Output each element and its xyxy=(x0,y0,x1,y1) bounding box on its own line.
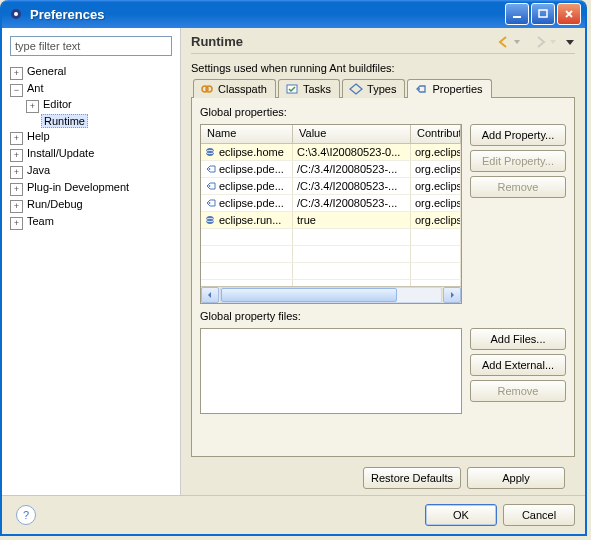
global-properties-label: Global properties: xyxy=(200,106,566,118)
ok-button[interactable]: OK xyxy=(425,504,497,526)
tree-item-java[interactable]: +Java xyxy=(10,163,176,180)
globe-icon xyxy=(205,215,217,225)
chevron-down-icon[interactable] xyxy=(513,38,521,46)
remove-file-button: Remove xyxy=(470,380,566,402)
dialog-button-bar: ? OK Cancel xyxy=(2,495,585,534)
preferences-sidebar: +General −Ant +Editor Runtime +Help +Ins… xyxy=(2,28,181,495)
filter-input[interactable] xyxy=(10,36,172,56)
tabs-row: Classpath Tasks Types xyxy=(191,78,575,97)
preferences-tree[interactable]: +General −Ant +Editor Runtime +Help +Ins… xyxy=(2,60,180,495)
tree-item-ant-runtime[interactable]: Runtime xyxy=(26,114,176,128)
tree-item-help[interactable]: +Help xyxy=(10,129,176,146)
svg-point-7 xyxy=(418,88,420,90)
svg-rect-2 xyxy=(513,16,521,18)
scroll-left-button[interactable] xyxy=(201,287,219,303)
tab-tasks[interactable]: Tasks xyxy=(278,79,340,98)
minimize-button[interactable] xyxy=(505,3,529,25)
global-property-files-list[interactable] xyxy=(200,328,462,414)
cancel-button[interactable]: Cancel xyxy=(503,504,575,526)
back-button[interactable] xyxy=(497,35,511,49)
tree-item-plugin-dev[interactable]: +Plug-in Development xyxy=(10,180,176,197)
page-title: Runtime xyxy=(191,34,497,49)
scroll-thumb[interactable] xyxy=(221,288,397,302)
col-value[interactable]: Value xyxy=(293,125,411,143)
edit-property-button: Edit Property... xyxy=(470,150,566,172)
apply-button[interactable]: Apply xyxy=(467,467,565,489)
chevron-down-icon[interactable] xyxy=(549,38,557,46)
table-row[interactable]: eclipse.pde... /C:/3.4/I20080523-... org… xyxy=(201,161,461,178)
tab-types[interactable]: Types xyxy=(342,79,405,98)
table-row[interactable]: eclipse.pde... /C:/3.4/I20080523-... org… xyxy=(201,195,461,212)
table-row[interactable]: eclipse.pde... /C:/3.4/I20080523-... org… xyxy=(201,178,461,195)
settings-description: Settings used when running Ant buildfile… xyxy=(191,62,575,74)
add-external-button[interactable]: Add External... xyxy=(470,354,566,376)
tree-item-team[interactable]: +Team xyxy=(10,214,176,231)
remove-property-button: Remove xyxy=(470,176,566,198)
svg-point-10 xyxy=(209,168,211,170)
tab-classpath[interactable]: Classpath xyxy=(193,79,276,98)
horizontal-scrollbar[interactable] xyxy=(201,286,461,303)
global-files-label: Global property files: xyxy=(200,310,566,322)
tab-label: Tasks xyxy=(303,83,331,95)
svg-point-13 xyxy=(206,216,214,224)
properties-icon xyxy=(414,83,428,95)
table-row xyxy=(201,229,461,246)
table-header: Name Value Contribut xyxy=(201,125,461,144)
restore-defaults-button[interactable]: Restore Defaults xyxy=(363,467,461,489)
col-name[interactable]: Name xyxy=(201,125,293,143)
svg-rect-3 xyxy=(539,10,547,17)
tab-label: Classpath xyxy=(218,83,267,95)
svg-point-8 xyxy=(206,148,214,156)
table-row[interactable]: eclipse.run... true org.eclipse xyxy=(201,212,461,229)
svg-point-12 xyxy=(209,202,211,204)
close-button[interactable] xyxy=(557,3,581,25)
tab-label: Properties xyxy=(432,83,482,95)
svg-point-5 xyxy=(206,86,212,92)
scroll-right-button[interactable] xyxy=(443,287,461,303)
scroll-track[interactable] xyxy=(220,287,442,303)
tag-icon xyxy=(205,181,217,191)
window-title: Preferences xyxy=(30,7,505,22)
help-button[interactable]: ? xyxy=(16,505,36,525)
svg-point-11 xyxy=(209,185,211,187)
tree-item-run-debug[interactable]: +Run/Debug xyxy=(10,197,176,214)
table-row xyxy=(201,246,461,263)
page-menu-button[interactable] xyxy=(565,37,575,47)
svg-point-1 xyxy=(14,12,18,16)
tree-item-general[interactable]: +General xyxy=(10,64,176,81)
add-property-button[interactable]: Add Property... xyxy=(470,124,566,146)
tree-item-ant[interactable]: −Ant +Editor Runtime xyxy=(10,81,176,129)
tab-panel: Global properties: Name Value Contribut xyxy=(191,97,575,457)
dialog-icon xyxy=(8,6,24,22)
table-row[interactable]: eclipse.home C:\3.4\I20080523-0... org.e… xyxy=(201,144,461,161)
main-panel: Runtime xyxy=(181,28,585,495)
table-row xyxy=(201,263,461,280)
col-contrib[interactable]: Contribut xyxy=(411,125,461,143)
globe-icon xyxy=(205,147,217,157)
tasks-icon xyxy=(285,83,299,95)
maximize-button[interactable] xyxy=(531,3,555,25)
tree-item-ant-editor[interactable]: +Editor xyxy=(26,97,176,114)
classpath-icon xyxy=(200,83,214,95)
add-files-button[interactable]: Add Files... xyxy=(470,328,566,350)
tab-label: Types xyxy=(367,83,396,95)
forward-button[interactable] xyxy=(533,35,547,49)
table-body: eclipse.home C:\3.4\I20080523-0... org.e… xyxy=(201,144,461,286)
global-properties-table[interactable]: Name Value Contribut eclip xyxy=(200,124,462,304)
tab-properties[interactable]: Properties xyxy=(407,79,491,98)
title-bar: Preferences xyxy=(2,0,585,28)
tag-icon xyxy=(205,198,217,208)
types-icon xyxy=(349,83,363,95)
tree-item-install-update[interactable]: +Install/Update xyxy=(10,146,176,163)
tag-icon xyxy=(205,164,217,174)
